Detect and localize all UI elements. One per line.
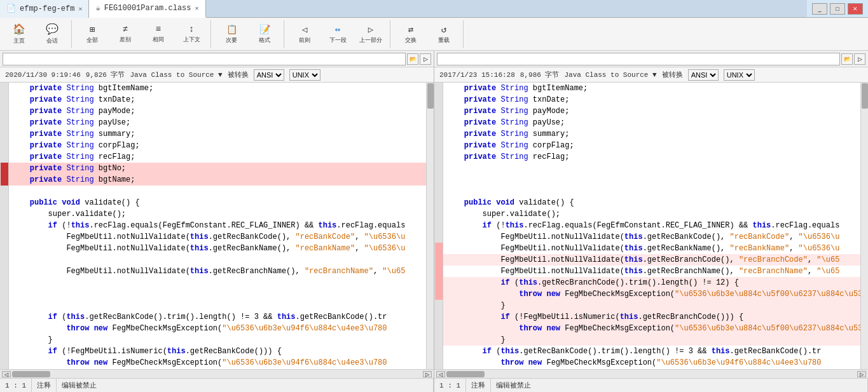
list-item: private String bgtName;: [9, 174, 426, 186]
right-hscroll-thumb[interactable]: [446, 371, 485, 377]
right-status-bar: 1 : 1 注释 编辑被禁止: [434, 378, 868, 392]
left-code-area: private String bgtItemName; private Stri…: [0, 83, 434, 369]
list-item: private String recFlag;: [443, 151, 860, 163]
left-edit-status: 编辑被禁止: [57, 379, 434, 392]
list-item: [9, 186, 426, 197]
exchange-icon: ⇄: [408, 24, 413, 35]
right-panel: C:\...\财企通\efmp-feg-efm\com\longtop\efmp…: [434, 51, 868, 392]
left-encoding-select[interactable]: ANSI: [254, 69, 284, 81]
session-button[interactable]: 💬 会话: [36, 21, 69, 48]
rules-button[interactable]: 📋 次要: [215, 21, 248, 48]
context-button[interactable]: ↕ 上下文: [175, 21, 208, 48]
left-hscroll[interactable]: ◁ ▷: [0, 369, 434, 378]
left-nav-btn[interactable]: ▷: [420, 53, 431, 65]
right-code-content[interactable]: private String bgtItemName; private Stri…: [443, 83, 860, 369]
all-label: 全部: [86, 36, 98, 44]
left-position: 1 : 1: [0, 379, 32, 392]
right-encoding-select[interactable]: ANSI: [688, 69, 719, 81]
format-label: 格式: [259, 36, 270, 44]
tab-class[interactable]: ☕ FEG10001Param.class ✕: [89, 0, 205, 18]
right-lineend-select[interactable]: UNIX: [724, 69, 755, 81]
left-converter: Java Class to Source ▼: [130, 71, 222, 79]
diff-icon: ≠: [123, 24, 128, 34]
list-item: private String recFlag;: [9, 151, 426, 163]
left-vscroll-thumb[interactable]: [427, 83, 434, 109]
right-scroll-right-btn[interactable]: ▷: [857, 371, 866, 377]
reload-icon: ↺: [441, 24, 446, 35]
right-nav-btn[interactable]: ▷: [854, 53, 865, 65]
reload-button[interactable]: ↺ 重载: [427, 21, 460, 48]
list-item: if (!FegMbeUtil.isNumeric(this.getRecBra…: [443, 311, 860, 323]
maximize-btn[interactable]: □: [830, 3, 845, 15]
left-hscroll-thumb[interactable]: [12, 371, 50, 377]
right-browse-btn[interactable]: 📂: [841, 53, 853, 65]
toolbar: 🏠 主页 💬 会话 ⊞ 全部 ≠ 差别 ≡ 相同 ↕ 上下文: [0, 18, 868, 51]
right-vscroll[interactable]: [860, 83, 868, 369]
right-file-path[interactable]: C:\...\财企通\efmp-feg-efm\com\longtop\efmp…: [437, 53, 840, 65]
compare-button[interactable]: ⇔ 下一段: [321, 21, 354, 48]
all-button[interactable]: ⊞ 全部: [76, 21, 109, 48]
context-icon: ↕: [189, 24, 194, 34]
next-part-button[interactable]: ▷ 上一部分: [354, 21, 387, 48]
list-item: FegMbeUtil.notNullValidate(this.getRecBa…: [443, 231, 860, 243]
right-info-bar: 2017/1/23 15:16:28 8,986 字节 Java Class t…: [434, 67, 868, 83]
list-item: [9, 254, 426, 266]
list-item: throw new FegMbeCheckMsgException("\u653…: [9, 323, 426, 334]
list-item: FegMbeUtil.notNullValidate(this.getRecBr…: [443, 266, 860, 277]
tab-icon-efmp: 📄: [6, 4, 16, 13]
left-scroll-left-btn[interactable]: ◁: [2, 371, 11, 377]
tab-label-efmp: efmp-feg-efm: [20, 4, 74, 13]
tool-group-format: 📋 次要 📝 格式: [215, 20, 284, 48]
left-comment: 注释: [32, 379, 57, 392]
right-vscroll-thumb[interactable]: [862, 83, 868, 109]
format-icon: 📝: [259, 24, 270, 35]
home-label: 主页: [13, 37, 25, 45]
prev-button[interactable]: ◁ 前则: [288, 21, 321, 48]
list-item: }: [443, 300, 860, 311]
list-item: [443, 174, 860, 186]
right-scroll-left-btn[interactable]: ◁: [436, 371, 445, 377]
list-item: throw new FegMbeCheckMsgException("\u653…: [443, 288, 860, 300]
list-item: private String bgtNo;: [9, 163, 426, 174]
left-code-content[interactable]: private String bgtItemName; private Stri…: [9, 83, 426, 369]
session-icon: 💬: [46, 23, 59, 36]
list-item: super.validate();: [443, 208, 860, 220]
same-button[interactable]: ≡ 相同: [142, 21, 175, 48]
list-item: private String payMode;: [443, 105, 860, 117]
right-position: 1 : 1: [434, 379, 466, 392]
tool-group-misc: ⇄ 交换 ↺ 重载: [394, 20, 464, 48]
left-vscroll[interactable]: [426, 83, 434, 369]
right-hscroll[interactable]: ◁ ▷: [434, 369, 868, 378]
context-label: 上下文: [183, 36, 200, 44]
rules-icon: 📋: [226, 24, 237, 35]
prev-label: 前则: [299, 36, 310, 44]
tab-close-efmp[interactable]: ✕: [78, 5, 82, 13]
list-item: private String payUse;: [443, 117, 860, 128]
format-button[interactable]: 📝 格式: [248, 21, 281, 48]
list-item: [443, 186, 860, 197]
list-item: super.validate();: [9, 208, 426, 220]
tab-close-class[interactable]: ✕: [195, 4, 199, 12]
reload-label: 重载: [438, 36, 450, 44]
tab-efmp[interactable]: 📄 efmp-feg-efm ✕: [0, 0, 89, 18]
home-button[interactable]: 🏠 主页: [3, 21, 36, 48]
right-size: 8,986 字节: [520, 70, 560, 79]
left-browse-btn[interactable]: 📂: [407, 53, 418, 65]
home-icon: 🏠: [13, 23, 25, 36]
all-icon: ⊞: [90, 24, 95, 35]
left-scroll-right-btn[interactable]: ▷: [423, 371, 432, 377]
exchange-label: 交换: [405, 36, 417, 44]
diff-button[interactable]: ≠ 差别: [109, 21, 142, 48]
rules-label: 次要: [226, 36, 237, 44]
left-file-path[interactable]: C:\...\准生产\efmp-feg-efm\com\longtop\efmp…: [3, 53, 406, 65]
left-file-bar: C:\...\准生产\efmp-feg-efm\com\longtop\efmp…: [0, 51, 434, 67]
list-item: FegMbeUtil.notNullValidate(this.getRecBa…: [9, 231, 426, 243]
left-lineend-select[interactable]: UNIX: [289, 69, 320, 81]
right-converter: Java Class to Source ▼: [564, 71, 656, 79]
exchange-button[interactable]: ⇄ 交换: [394, 21, 427, 48]
close-btn[interactable]: ✕: [848, 3, 863, 15]
same-label: 相同: [153, 36, 164, 44]
right-code-area: private String bgtItemName; private Stri…: [434, 83, 868, 369]
minimize-btn[interactable]: _: [812, 3, 827, 15]
list-item: }: [9, 334, 426, 346]
